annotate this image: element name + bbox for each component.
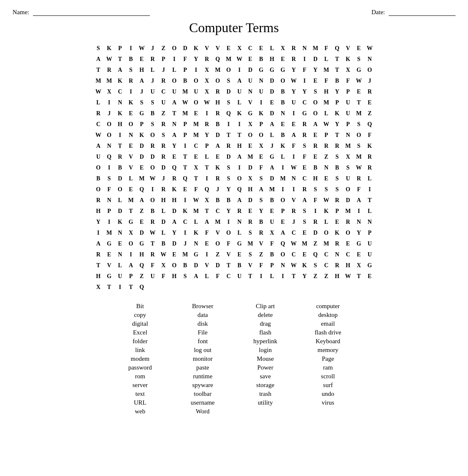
word-item: link — [111, 347, 169, 354]
cell-21-15: T — [93, 260, 104, 271]
cell-16-17: Y — [223, 206, 234, 217]
cell-16-0: W — [321, 195, 332, 206]
cell-0-20: M — [310, 43, 321, 54]
cell-0-0: S — [93, 43, 104, 54]
cell-13-12: S — [223, 173, 234, 184]
cell-5-0: D — [267, 86, 278, 97]
cell-17-2: K — [321, 206, 332, 217]
cell-2-21: G — [278, 65, 288, 76]
cell-10-19: K — [364, 141, 375, 152]
cell-22-4: B — [234, 260, 245, 271]
cell-11-23: I — [104, 162, 115, 173]
cell-9-16: O — [354, 130, 364, 141]
cell-8-23: A — [169, 130, 180, 141]
cell-0-21: F — [321, 43, 332, 54]
cell-17-7: Y — [93, 217, 104, 228]
name-label: Name: — [13, 9, 29, 15]
cell-9-6: O — [245, 130, 256, 141]
cell-1-3: W — [104, 54, 115, 65]
cell-21-12: C — [343, 249, 354, 260]
cell-16-13: K — [180, 206, 191, 217]
cell-13-13: O — [234, 173, 245, 184]
cell-14-22: S — [310, 184, 321, 195]
cell-23-14: Z — [321, 271, 332, 282]
cell-19-1: X — [267, 228, 278, 238]
cell-11-11: E — [256, 152, 267, 162]
word-item: folder — [111, 338, 169, 345]
cell-19-23: F — [223, 238, 234, 249]
cell-17-8: I — [104, 217, 115, 228]
cell-12-17: E — [299, 162, 310, 173]
word-item: disk — [174, 320, 232, 327]
header: Name: Date: — [13, 8, 455, 16]
cell-16-14: M — [191, 206, 202, 217]
cell-10-22: R — [115, 152, 126, 162]
cell-10-18: S — [354, 141, 364, 152]
cell-14-12: Q — [202, 184, 212, 195]
cell-4-22: N — [245, 86, 256, 97]
cell-18-3: R — [310, 217, 321, 228]
cell-4-11: I — [126, 86, 137, 97]
cell-14-1: L — [364, 173, 375, 184]
cell-2-5: R — [104, 65, 115, 76]
cell-1-20: R — [288, 54, 299, 65]
cell-7-12: M — [354, 108, 364, 119]
cell-15-17: A — [234, 195, 245, 206]
cell-23-4: F — [212, 271, 223, 282]
cell-6-14: K — [115, 108, 126, 119]
cell-12-4: D — [158, 162, 169, 173]
cell-6-21: E — [191, 108, 202, 119]
cell-17-15: C — [180, 217, 191, 228]
cell-9-8: L — [267, 130, 278, 141]
cell-10-6: R — [223, 141, 234, 152]
cell-2-13: I — [191, 65, 202, 76]
cell-20-5: W — [288, 238, 299, 249]
cell-0-15: E — [256, 43, 267, 54]
cell-10-2: I — [180, 141, 191, 152]
cell-19-17: B — [158, 238, 169, 249]
cell-0-2: P — [115, 43, 126, 54]
cell-12-10: S — [223, 162, 234, 173]
cell-10-16: R — [332, 141, 343, 152]
cell-13-15: S — [256, 173, 267, 184]
cell-23-19: X — [93, 282, 104, 293]
cell-9-22: D — [137, 141, 147, 152]
word-item: paste — [174, 364, 232, 371]
cell-14-9: K — [169, 184, 180, 195]
cell-11-13: L — [278, 152, 288, 162]
name-field: Name: — [13, 8, 150, 16]
cell-8-0: R — [202, 119, 212, 130]
cell-4-21: U — [234, 86, 245, 97]
cell-15-8: A — [137, 195, 147, 206]
name-line — [33, 8, 150, 16]
cell-6-4: U — [288, 97, 299, 108]
cell-4-13: U — [147, 86, 158, 97]
word-item: username — [174, 399, 232, 406]
cell-1-7: R — [147, 54, 158, 65]
cell-7-8: O — [310, 108, 321, 119]
cell-22-17: H — [93, 271, 104, 282]
cell-9-5: T — [234, 130, 245, 141]
cell-18-2: S — [299, 217, 310, 228]
cell-20-0: G — [234, 238, 245, 249]
cell-16-1: R — [332, 195, 343, 206]
cell-9-9: B — [278, 130, 288, 141]
cell-22-7: P — [267, 260, 278, 271]
word-item: password — [111, 364, 169, 371]
cell-14-18: M — [267, 184, 278, 195]
cell-10-10: J — [267, 141, 278, 152]
cell-2-8: H — [137, 65, 147, 76]
cell-0-4: W — [137, 43, 147, 54]
cell-14-21: R — [299, 184, 310, 195]
cell-23-12: Y — [299, 271, 310, 282]
cell-20-7: Z — [310, 238, 321, 249]
cell-20-10: E — [343, 238, 354, 249]
cell-15-23: A — [299, 195, 310, 206]
cell-17-10: G — [126, 217, 137, 228]
cell-18-16: Y — [169, 228, 180, 238]
cell-15-16: B — [223, 195, 234, 206]
cell-15-19: S — [256, 195, 267, 206]
cell-4-20: D — [223, 86, 234, 97]
cell-3-8: K — [115, 76, 126, 86]
puzzle-container: SKPIWJZODKVVEXCELXRNMFQVEWAWTBERPIFYRQMW… — [13, 43, 455, 293]
